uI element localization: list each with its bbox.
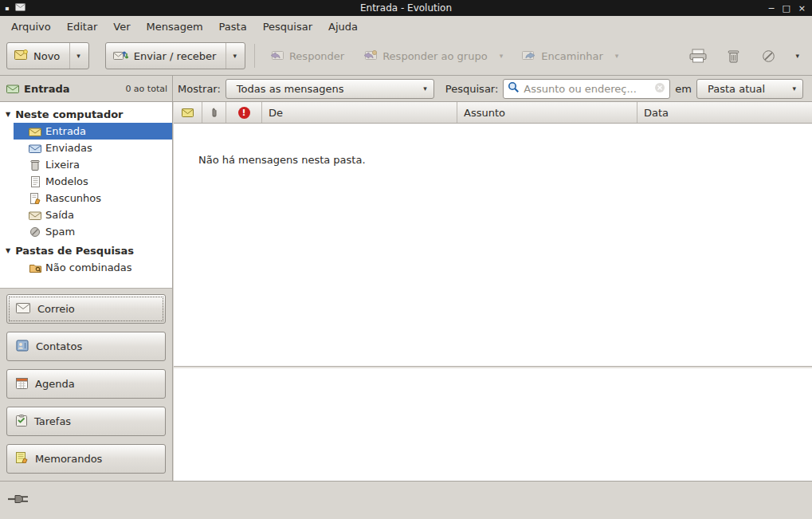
search-icon[interactable] (508, 81, 520, 96)
window-title: Entrada - Evolution (0, 0, 812, 16)
forward-button-label: Encaminhar (541, 50, 603, 62)
menu-ver[interactable]: Ver (105, 18, 138, 36)
reply-group-dropdown-arrow[interactable]: ▾ (500, 52, 504, 60)
close-button[interactable]: × (798, 3, 806, 14)
expander-icon[interactable]: ▼ (6, 247, 10, 254)
toolbar-separator (254, 44, 255, 68)
tree-group-this-computer[interactable]: ▼ Neste computador (0, 105, 172, 123)
message-list[interactable]: Não há mensagens nesta pasta. (174, 124, 812, 366)
menu-pesquisar[interactable]: Pesquisar (255, 18, 320, 36)
column-status[interactable] (174, 102, 202, 123)
switcher-agenda[interactable]: Agenda (6, 369, 166, 399)
switcher-contatos[interactable]: Contatos (6, 332, 166, 361)
folder-entrada[interactable]: Entrada (14, 123, 172, 140)
tree-group-search-folders[interactable]: ▼ Pastas de Pesquisas (0, 242, 172, 259)
forward-dropdown-arrow[interactable]: ▾ (615, 52, 619, 60)
inbox-icon (6, 84, 19, 93)
current-folder-name: Entrada (24, 83, 70, 95)
switcher-memorandos[interactable]: Memorandos (6, 444, 166, 474)
paperclip-icon (211, 107, 218, 119)
folder-label: Lixeira (45, 159, 80, 171)
switcher-tarefas[interactable]: Tarefas (6, 407, 166, 436)
message-status-icon (182, 108, 194, 117)
send-receive-dropdown-arrow[interactable]: ▾ (226, 43, 243, 69)
filter-row: Entrada 0 ao total Mostrar: Todas as men… (0, 76, 812, 102)
folder-enviadas[interactable]: Enviadas (14, 140, 172, 156)
trash-icon (728, 49, 739, 63)
evolution-window: Entrada - Evolution ▪ ─ □ × Arquivo Edit… (0, 0, 812, 519)
send-receive-button[interactable]: Enviar / receber ▾ (105, 42, 245, 69)
reply-group-label: Responder ao grupo (382, 50, 488, 62)
column-date[interactable]: Data (637, 102, 812, 123)
mail-icon (16, 303, 30, 316)
search-input[interactable] (524, 83, 650, 95)
show-label: Mostrar: (178, 83, 221, 95)
switcher-label: Memorandos (35, 453, 102, 465)
window-menu-icon[interactable]: ▪ (5, 5, 9, 12)
folder-rascunhos[interactable]: Rascunhos (14, 190, 172, 206)
switcher-label: Agenda (35, 378, 75, 390)
folder-saida[interactable]: Saída (14, 206, 172, 223)
memos-icon (16, 452, 28, 466)
menu-pasta[interactable]: Pasta (211, 18, 255, 36)
menu-arquivo[interactable]: Arquivo (3, 18, 59, 36)
new-dropdown-arrow[interactable]: ▾ (69, 43, 87, 69)
switcher-label: Tarefas (34, 415, 71, 427)
switcher-label: Correio (37, 303, 75, 315)
contacts-icon (16, 340, 29, 354)
menu-editar[interactable]: Editar (59, 18, 106, 36)
junk-button[interactable] (754, 41, 783, 70)
send-receive-icon (113, 49, 128, 63)
folder-label: Saída (45, 209, 74, 221)
folder-label: Rascunhos (45, 192, 101, 204)
reply-group-button[interactable]: Responder ao grupo ▾ (357, 42, 509, 69)
show-filter-dropdown[interactable]: Todas as mensagens ▾ (226, 79, 434, 99)
menu-ajuda[interactable]: Ajuda (320, 18, 366, 36)
reply-icon (270, 49, 284, 62)
column-important[interactable]: ! (226, 102, 262, 123)
folder-spam[interactable]: Spam (14, 223, 172, 240)
send-receive-label: Enviar / receber (134, 50, 217, 62)
printer-icon (689, 49, 707, 63)
print-button[interactable] (684, 41, 712, 70)
new-button-label: Novo (33, 50, 60, 62)
statusbar (0, 481, 812, 519)
menu-mensagem[interactable]: Mensagem (139, 18, 211, 36)
message-count: 0 ao total (125, 84, 167, 94)
expander-icon[interactable]: ▼ (6, 111, 10, 118)
delete-button[interactable] (719, 41, 747, 70)
new-button[interactable]: Novo ▾ (6, 42, 89, 69)
minimize-button[interactable]: ─ (769, 3, 775, 14)
folder-lixeira[interactable]: Lixeira (14, 156, 172, 173)
current-folder-header: Entrada 0 ao total (0, 76, 173, 101)
search-box (503, 79, 670, 99)
tree-group-label: Neste computador (15, 108, 123, 120)
reply-button-label: Responder (289, 50, 344, 62)
tasks-icon (16, 415, 27, 429)
folder-modelos[interactable]: Modelos (14, 173, 172, 190)
online-status-button[interactable] (8, 493, 33, 508)
maximize-button[interactable]: □ (782, 3, 790, 14)
toolbar-overflow-arrow[interactable]: ▾ (789, 52, 806, 60)
in-label: em (675, 83, 692, 95)
column-subject[interactable]: Assunto (457, 102, 637, 123)
column-from[interactable]: De (262, 102, 457, 123)
column-attachment[interactable] (202, 102, 226, 123)
reply-button[interactable]: Responder (264, 42, 351, 69)
search-scope-value: Pasta atual (708, 83, 765, 95)
folder-label: Modelos (45, 175, 88, 187)
templates-icon (29, 176, 41, 187)
folder-nao-combinadas[interactable]: Não combinadas (14, 259, 172, 276)
message-list-header: ! De Assunto Data (174, 102, 812, 124)
junk-icon (762, 49, 775, 63)
chevron-down-icon: ▾ (785, 85, 797, 92)
forward-button[interactable]: Encaminhar ▾ (516, 42, 625, 69)
reply-group-icon (363, 49, 377, 62)
clear-search-icon[interactable] (654, 82, 665, 96)
trash-icon (29, 159, 41, 171)
app-icon (15, 2, 25, 14)
folder-label: Spam (45, 226, 75, 238)
sidebar: ▼ Neste computador Entrada Enviadas Lixe… (0, 102, 173, 481)
switcher-correio[interactable]: Correio (6, 294, 166, 324)
search-scope-dropdown[interactable]: Pasta atual ▾ (696, 79, 803, 99)
